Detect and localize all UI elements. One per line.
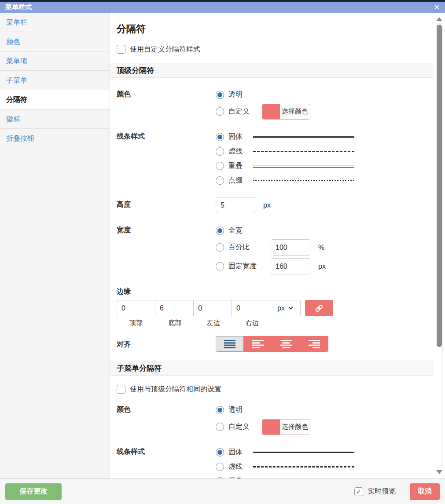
align-center-icon — [280, 340, 292, 348]
align-left-button[interactable] — [244, 336, 272, 352]
align-button-group — [216, 336, 328, 352]
separator-settings-panel: 分隔符 使用自定义分隔符样式 顶级分隔符 颜色 透明 自定义 选择颜色 线条样式 — [110, 13, 434, 478]
height-input[interactable] — [216, 197, 255, 213]
sub-line-style-label: 线条样式 — [110, 445, 216, 478]
height-unit: px — [263, 201, 271, 209]
scroll-up-icon[interactable] — [436, 17, 442, 21]
width-label: 宽度 — [110, 223, 216, 276]
margin-right-input[interactable] — [232, 300, 270, 316]
line-sample-solid — [253, 136, 354, 138]
width-percent-radio[interactable] — [216, 243, 224, 252]
sidebar-item-submenu[interactable]: 子菜单 — [0, 71, 110, 90]
width-full-label: 全宽 — [228, 226, 243, 235]
width-fixed-radio[interactable] — [216, 262, 224, 270]
align-justify-icon — [224, 340, 235, 348]
margin-bottom-sublabel: 底部 — [155, 319, 194, 327]
align-left-icon — [252, 340, 264, 348]
top-line-dashed-label: 虚线 — [228, 147, 243, 156]
sub-line-solid-radio[interactable] — [216, 448, 224, 457]
use-custom-separator-label: 使用自定义分隔符样式 — [130, 45, 200, 54]
line-sample-double — [253, 165, 354, 168]
checkmark-icon: ✓ — [356, 488, 362, 495]
same-settings-label: 使用与顶级分隔符相同的设置 — [130, 385, 221, 394]
dialog-title: 菜单样式 — [5, 3, 32, 11]
scroll-down-icon[interactable] — [436, 470, 442, 474]
top-line-solid-label: 固体 — [228, 132, 243, 142]
align-right-icon — [309, 340, 320, 348]
same-settings-checkbox[interactable] — [117, 385, 125, 394]
margin-right-sublabel: 右边 — [233, 319, 272, 327]
top-color-transparent-label: 透明 — [228, 90, 243, 99]
sub-line-dashed-radio[interactable] — [216, 463, 224, 471]
color-swatch — [262, 420, 280, 435]
margin-bottom-input[interactable] — [155, 300, 194, 316]
sidebar-item-menu-items[interactable]: 菜单项 — [0, 51, 110, 71]
section-header-submenu-separator: 子菜单分隔符 — [110, 361, 434, 376]
cancel-button[interactable]: 取消 — [410, 483, 440, 500]
sidebar-item-colors[interactable]: 颜色 — [0, 32, 110, 51]
height-label: 高度 — [110, 196, 216, 215]
close-icon[interactable]: ✕ — [434, 4, 440, 11]
live-preview-label: 实时预览 — [368, 487, 396, 496]
chevron-down-icon — [288, 307, 293, 310]
sub-line-solid-label: 固体 — [228, 448, 243, 457]
vertical-scrollbar — [434, 13, 445, 478]
line-sample-dotted — [253, 180, 354, 181]
sidebar-item-separator[interactable]: 分隔符 — [0, 90, 110, 110]
top-line-dotted-label: 点缀 — [228, 176, 243, 185]
top-line-double-radio[interactable] — [216, 162, 224, 170]
align-right-button[interactable] — [300, 336, 328, 352]
sub-color-custom-radio[interactable] — [216, 423, 224, 431]
section-header-top-separator: 顶级分隔符 — [110, 63, 434, 78]
top-color-custom-radio[interactable] — [216, 107, 224, 116]
line-sample-dashed — [253, 466, 354, 467]
align-label: 对齐 — [110, 336, 216, 352]
top-line-solid-radio[interactable] — [216, 133, 224, 141]
top-line-double-label: 重叠 — [228, 161, 243, 171]
dialog-titlebar: 菜单样式 ✕ — [0, 0, 445, 13]
sub-color-custom-label: 自定义 — [228, 422, 250, 431]
line-sample-dashed — [253, 151, 354, 152]
choose-color-label: 选择颜色 — [280, 420, 310, 435]
width-fixed-label: 固定宽度 — [228, 262, 266, 271]
save-changes-button[interactable]: 保存更改 — [5, 483, 62, 500]
sub-color-transparent-radio[interactable] — [216, 406, 224, 414]
top-color-transparent-radio[interactable] — [216, 91, 224, 99]
top-color-custom-label: 自定义 — [228, 107, 250, 116]
link-icon — [314, 303, 324, 313]
top-line-dotted-radio[interactable] — [216, 176, 224, 185]
width-full-radio[interactable] — [216, 226, 224, 235]
width-percent-input[interactable] — [271, 239, 310, 256]
sub-line-dashed-label: 虚线 — [228, 462, 243, 471]
sub-choose-color-button[interactable]: 选择颜色 — [262, 419, 310, 435]
width-fixed-unit: px — [318, 263, 326, 270]
margin-unit-select[interactable]: px — [270, 300, 301, 316]
sidebar-item-logo[interactable]: 徽标 — [0, 110, 110, 129]
margin-left-input[interactable] — [193, 300, 232, 316]
width-percent-label: 百分比 — [228, 243, 266, 252]
sidebar-item-menu-bar[interactable]: 菜单栏 — [0, 13, 110, 32]
use-custom-separator-checkbox[interactable] — [117, 45, 125, 54]
top-choose-color-button[interactable]: 选择颜色 — [262, 104, 310, 120]
margin-unit-value: px — [277, 304, 285, 312]
margin-label: 边缘 — [117, 287, 434, 296]
line-sample-solid — [253, 452, 354, 453]
width-fixed-input[interactable] — [271, 258, 310, 274]
link-margins-button[interactable] — [305, 300, 333, 316]
align-center-button[interactable] — [272, 336, 300, 352]
live-preview-checkbox[interactable]: ✓ — [354, 487, 363, 496]
scrollbar-thumb[interactable] — [437, 25, 442, 347]
top-color-label: 颜色 — [110, 88, 216, 121]
page-title: 分隔符 — [117, 22, 434, 36]
margin-top-sublabel: 顶部 — [117, 319, 155, 327]
sub-color-label: 颜色 — [110, 403, 216, 436]
sidebar: 菜单栏 颜色 菜单项 子菜单 分隔符 徽标 折叠按钮 — [0, 13, 110, 478]
sidebar-item-collapse-button[interactable]: 折叠按钮 — [0, 129, 110, 148]
dialog-footer: 保存更改 ✓ 实时预览 取消 — [0, 478, 445, 504]
choose-color-label: 选择颜色 — [280, 104, 310, 119]
align-justify-button[interactable] — [216, 336, 244, 352]
margin-top-input[interactable] — [117, 300, 155, 316]
sub-color-transparent-label: 透明 — [228, 405, 243, 415]
color-swatch — [262, 104, 280, 119]
top-line-dashed-radio[interactable] — [216, 147, 224, 156]
